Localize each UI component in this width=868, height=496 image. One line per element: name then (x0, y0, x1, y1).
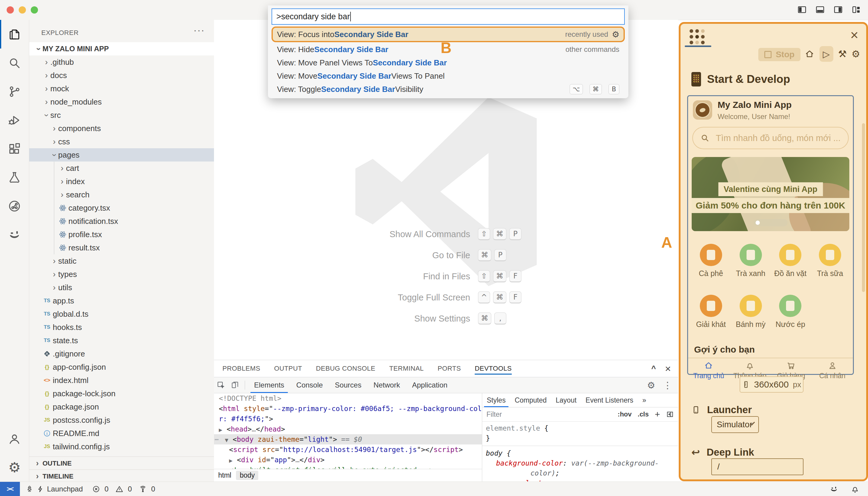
panel-tab-terminal[interactable]: TERMINAL (389, 360, 423, 377)
category-gi-i-kh-t[interactable]: Giải khát (691, 295, 731, 329)
tree-item-profile-tsx[interactable]: profile.tsx (29, 228, 214, 241)
panel-scrollbar[interactable] (862, 123, 865, 292)
styles-filter-input[interactable]: Filter (486, 410, 502, 419)
tree-item-node-modules[interactable]: ›node_modules (29, 95, 214, 108)
styles-tab-»[interactable]: » (638, 393, 651, 407)
promo-banner[interactable]: Valentine cùng Mini App Giảm 50% cho đơn… (692, 157, 849, 231)
expand-arrow-icon[interactable]: ▶ (219, 425, 227, 435)
category-b-nh-m-[interactable]: Bánh mỳ (731, 295, 771, 329)
toggle-primary-sidebar-icon[interactable] (797, 4, 807, 15)
activity-search[interactable] (0, 48, 29, 77)
stop-button[interactable]: Stop (758, 48, 801, 61)
tree-item-css[interactable]: ›css (29, 135, 214, 148)
tree-item--github[interactable]: ›.github (29, 56, 214, 69)
panel-tab-debug-console[interactable]: DEBUG CONSOLE (316, 360, 375, 377)
dom-line[interactable]: <script src="http://localhost:54901/targ… (214, 445, 482, 455)
command-row[interactable]: View: Toggle Secondary Side Bar Visibili… (272, 82, 625, 96)
devtools-tab-elements[interactable]: Elements (248, 377, 290, 393)
tree-item-package-json[interactable]: {}package.json (29, 400, 214, 414)
dom-line[interactable]: <!-- built script files will be auto inj… (214, 465, 482, 469)
tree-item-src[interactable]: ›src (29, 108, 214, 122)
settings-icon[interactable]: ⚙ (851, 48, 860, 60)
dom-line[interactable]: <!DOCTYPE html> (214, 393, 482, 403)
devtools-tab-application[interactable]: Application (406, 377, 453, 393)
command-input[interactable]: >secondary side bar (272, 9, 625, 25)
dock-sidebar-icon[interactable] (666, 410, 674, 418)
tree-item-mock[interactable]: ›mock (29, 82, 214, 95)
deeplink-input[interactable]: / (711, 458, 804, 475)
tools-icon[interactable]: ⚒ (838, 48, 847, 60)
close-panel-icon[interactable]: × (665, 363, 671, 375)
hov-toggle[interactable]: :hov (618, 410, 631, 418)
category-c-ph-[interactable]: Cà phê (691, 244, 731, 278)
tree-item--gitignore[interactable]: .gitignore (29, 347, 214, 360)
tree-item-static[interactable]: ›static (29, 254, 214, 267)
device-toolbar-icon[interactable] (228, 381, 242, 390)
dom-line[interactable]: ▶<div id="app">…</div> (214, 455, 482, 465)
activity-explorer[interactable] (0, 20, 29, 48)
section-outline[interactable]: ›OUTLINE (29, 456, 214, 470)
tree-item-tailwind-config-js[interactable]: JStailwind.config.js (29, 440, 214, 453)
activity-testing[interactable] (0, 163, 29, 192)
styles-tab-layout[interactable]: Layout (551, 393, 581, 407)
launchpad-label[interactable]: Launchpad (47, 485, 83, 493)
category--n-v-t[interactable]: Đồ ăn vặt (771, 244, 810, 278)
expand-arrow-icon[interactable]: ▶ (229, 455, 237, 466)
toggle-panel-icon[interactable] (815, 4, 825, 15)
command-row[interactable]: View: Move Panel Views To Secondary Side… (272, 56, 625, 69)
nav-home[interactable]: Trang chủ (688, 361, 729, 377)
activity-zalo-mini-app[interactable] (0, 220, 29, 249)
new-style-rule-icon[interactable]: + (655, 409, 660, 419)
activity-extensions[interactable] (0, 135, 29, 163)
command-row[interactable]: View: Move Secondary Side Bar Views To P… (272, 69, 625, 82)
tree-item-app-config-json[interactable]: {}app-config.json (29, 360, 214, 374)
errors-icon[interactable] (92, 485, 103, 493)
dom-line[interactable]: <html style="--zmp-primary-color: #006af… (214, 403, 482, 414)
launcher-select[interactable]: Simulator (711, 416, 759, 433)
styles-tab-computed[interactable]: Computed (510, 393, 551, 407)
zalo-smiley-icon[interactable] (830, 484, 838, 494)
panel-tab-problems[interactable]: PROBLEMS (222, 360, 260, 377)
tree-item-notification-tsx[interactable]: notification.tsx (29, 215, 214, 228)
activity-accounts[interactable] (0, 424, 29, 453)
tree-item-package-lock-json[interactable]: {}package-lock.json (29, 387, 214, 400)
devtools-menu-icon[interactable]: ⋮ (663, 380, 672, 390)
activity-remote-explorer[interactable] (0, 192, 29, 220)
nav-bell[interactable]: Thông báo (729, 361, 771, 377)
tree-item-index[interactable]: ›index (29, 175, 214, 188)
devtools-tab-console[interactable]: Console (290, 377, 329, 393)
panel-tab-output[interactable]: OUTPUT (274, 360, 302, 377)
tree-item-search[interactable]: ›search (29, 188, 214, 201)
activity-settings[interactable]: ⚙ (0, 453, 29, 482)
devtools-settings-icon[interactable]: ⚙ (647, 380, 655, 390)
rocket-icon[interactable] (25, 485, 36, 493)
toggle-secondary-sidebar-icon[interactable] (833, 4, 843, 15)
inspect-element-icon[interactable] (214, 381, 228, 390)
tree-item-cart[interactable]: ›cart (29, 161, 214, 175)
devtools-tab-network[interactable]: Network (367, 377, 406, 393)
devtools-tab-sources[interactable]: Sources (329, 377, 367, 393)
dom-line[interactable]: r: #f4f5f6;"> (214, 414, 482, 424)
tree-item-docs[interactable]: ›docs (29, 69, 214, 82)
nav-person[interactable]: Cá nhân (812, 361, 853, 377)
breadcrumb-html[interactable]: html (218, 471, 231, 479)
tree-item-readme-md[interactable]: README.md (29, 427, 214, 440)
panel-tab-devtools[interactable]: DEVTOOLS (475, 360, 512, 377)
tree-item-state-ts[interactable]: TSstate.ts (29, 334, 214, 347)
category-n-c-p[interactable]: Nước ép (771, 295, 810, 329)
remote-indicator[interactable]: >< (0, 482, 20, 496)
category-tr-s-a[interactable]: Trà sữa (810, 244, 850, 278)
tree-item-components[interactable]: ›components (29, 122, 214, 135)
bell-icon[interactable] (851, 484, 859, 494)
tree-item-category-tsx[interactable]: category.tsx (29, 201, 214, 215)
close-window-button[interactable] (6, 6, 14, 14)
tree-item-global-d-ts[interactable]: TSglobal.d.ts (29, 307, 214, 321)
tree-item-hooks-ts[interactable]: TShooks.ts (29, 321, 214, 334)
dom-line[interactable]: ▶<head>…</head> (214, 424, 482, 434)
panel-tab-ports[interactable]: PORTS (438, 360, 461, 377)
expand-arrow-icon[interactable]: ▼ (225, 435, 233, 445)
more-icon[interactable]: ⋯ (215, 434, 219, 445)
styles-tab-styles[interactable]: Styles (482, 393, 510, 407)
home-icon[interactable] (804, 49, 815, 59)
configure-keybinding-icon[interactable]: ⚙ (612, 30, 619, 40)
